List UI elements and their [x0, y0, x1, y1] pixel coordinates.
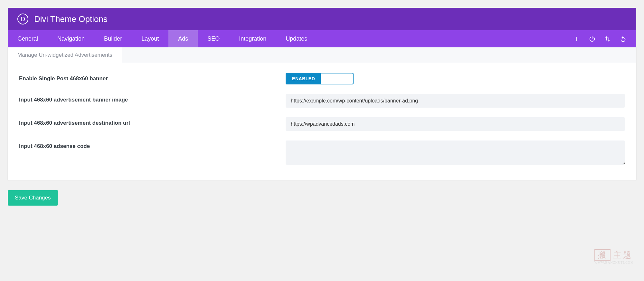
tabbar-actions — [573, 30, 627, 47]
row-banner-image: Input 468x60 advertisement banner image — [19, 94, 625, 108]
label-banner-image: Input 468x60 advertisement banner image — [19, 94, 286, 103]
tab-builder[interactable]: Builder — [94, 30, 132, 47]
sort-icon[interactable] — [604, 35, 611, 43]
subnav-manage-ads[interactable]: Manage Un-widgetized Advertisements — [8, 47, 122, 63]
toggle-enable-banner[interactable]: ENABLED — [286, 73, 354, 84]
tab-seo[interactable]: SEO — [198, 30, 229, 47]
tab-bar: General Navigation Builder Layout Ads SE… — [8, 30, 636, 47]
options-panel: D Divi Theme Options General Navigation … — [8, 8, 636, 180]
tab-updates[interactable]: Updates — [276, 30, 317, 47]
tab-integration[interactable]: Integration — [229, 30, 276, 47]
label-destination-url: Input 468x60 advertisement destination u… — [19, 117, 286, 126]
toggle-knob — [321, 73, 353, 84]
tab-general[interactable]: General — [8, 30, 48, 47]
row-adsense-code: Input 468x60 adsense code — [19, 140, 625, 166]
textarea-adsense-code[interactable] — [286, 140, 625, 165]
panel-header: D Divi Theme Options — [8, 8, 636, 30]
row-enable-banner: Enable Single Post 468x60 banner ENABLED — [19, 73, 625, 84]
power-icon[interactable] — [589, 35, 596, 43]
tab-layout[interactable]: Layout — [132, 30, 168, 47]
tab-ads[interactable]: Ads — [168, 30, 198, 47]
toggle-enable-banner-text: ENABLED — [286, 76, 321, 81]
settings-content: Enable Single Post 468x60 banner ENABLED… — [8, 63, 636, 180]
tab-navigation[interactable]: Navigation — [48, 30, 94, 47]
input-banner-image[interactable] — [286, 94, 625, 108]
label-adsense-code: Input 468x60 adsense code — [19, 140, 286, 150]
label-enable-banner: Enable Single Post 468x60 banner — [19, 73, 286, 82]
reset-icon[interactable] — [620, 35, 627, 43]
input-destination-url[interactable] — [286, 117, 625, 131]
add-icon[interactable] — [573, 35, 580, 43]
page-title: Divi Theme Options — [34, 14, 108, 24]
save-button[interactable]: Save Changes — [8, 190, 58, 206]
sub-nav: Manage Un-widgetized Advertisements — [8, 47, 636, 63]
divi-logo-icon: D — [17, 14, 28, 24]
row-destination-url: Input 468x60 advertisement destination u… — [19, 117, 625, 131]
main-tabs: General Navigation Builder Layout Ads SE… — [8, 30, 573, 47]
